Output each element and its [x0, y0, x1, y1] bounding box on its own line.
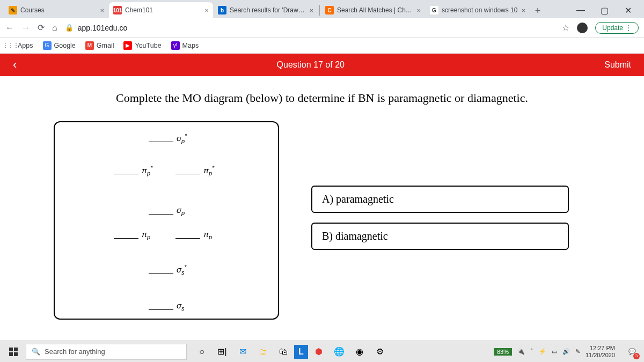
back-button[interactable]: ← — [5, 23, 14, 33]
search-icon: 🔍 — [32, 348, 40, 356]
close-window-button[interactable]: ✕ — [616, 2, 640, 18]
search-placeholder: Search for anything — [45, 348, 105, 356]
svg-rect-1 — [14, 348, 18, 351]
taskbar-search[interactable]: 🔍 Search for anything — [26, 344, 187, 360]
favicon: b — [218, 6, 226, 14]
orbital-label: πp — [203, 230, 212, 240]
settings-icon[interactable]: ⚙ — [370, 342, 390, 361]
orbital-label: σs — [177, 301, 185, 312]
lock-icon: 🔒 — [65, 24, 74, 32]
tab-title: screenshot on windows 10 — [442, 6, 518, 14]
browser-tabstrip: ✎Courses×101Chem101×bSearch results for … — [0, 0, 644, 18]
orbital-label: σs* — [177, 264, 186, 276]
close-tab-icon[interactable]: × — [521, 6, 525, 14]
orbital-label: πp* — [142, 165, 152, 176]
bookmark-item[interactable]: ▶YouTube — [123, 41, 161, 50]
close-tab-icon[interactable]: × — [204, 6, 209, 14]
mo-level-slot[interactable]: πp* — [175, 165, 214, 176]
window-controls: — ▢ ✕ — [569, 2, 640, 18]
favicon: ✎ — [9, 6, 17, 14]
answer-choices: A) paramagneticB) diamagnetic — [311, 186, 569, 250]
url-text: app.101edu.co — [78, 24, 128, 32]
browser-tab[interactable]: bSearch results for 'Draw the× — [214, 2, 318, 18]
browser-tab[interactable]: ✎Courses× — [4, 2, 108, 18]
notifications-icon[interactable]: 💬3 — [624, 343, 641, 360]
bookmark-item[interactable]: y!Maps — [171, 41, 199, 50]
close-tab-icon[interactable]: × — [100, 6, 104, 14]
cortana-icon[interactable]: ○ — [192, 342, 211, 361]
new-tab-button[interactable]: + — [530, 3, 545, 18]
mo-level-slot[interactable]: πp — [175, 230, 212, 240]
address-bar: ← → ⟳ ⌂ 🔒 app.101edu.co ☆ Update⋮ — [0, 18, 644, 38]
edge-icon[interactable]: 🌐 — [330, 342, 349, 361]
mo-level-slot[interactable]: σs* — [149, 264, 186, 276]
windows-taskbar: 🔍 Search for anything ○ ⊞| ✉ 🗂 🛍 L ⬢ 🌐 ◉… — [0, 341, 644, 362]
tray-chevron-icon[interactable]: ˄ — [530, 348, 533, 355]
mo-level-slot[interactable]: πp* — [114, 165, 152, 176]
browser-tab[interactable]: 101Chem101× — [109, 2, 213, 18]
question-counter: Question 17 of 20 — [277, 60, 345, 70]
content-area: Complete the MO diagram (below) to deter… — [0, 76, 644, 320]
tray-battery-icon[interactable]: ▭ — [552, 348, 557, 355]
bookmarks-bar: ⋮⋮⋮AppsGGoogleMGmail▶YouTubey!Maps — [0, 38, 644, 54]
store-icon[interactable]: 🛍 — [274, 342, 293, 361]
battery-indicator[interactable]: 83% — [494, 348, 512, 356]
favicon: C — [325, 6, 334, 14]
profile-avatar[interactable] — [577, 23, 588, 33]
mo-diagram[interactable]: σp*πp*πp*σpπpπpσs*σs — [54, 121, 279, 320]
clock[interactable]: 12:27 PM 11/20/2020 — [586, 345, 618, 358]
svg-rect-0 — [9, 348, 13, 351]
mo-level-slot[interactable]: σs — [149, 301, 185, 312]
bookmark-item[interactable]: ⋮⋮⋮Apps — [6, 41, 33, 50]
bookmark-icon: G — [43, 41, 52, 50]
reload-button[interactable]: ⟳ — [38, 23, 45, 33]
tray-volume-icon[interactable]: 🔊 — [562, 348, 570, 355]
mo-level-slot[interactable]: πp — [114, 230, 150, 240]
favicon: 101 — [113, 6, 122, 14]
mo-level-slot[interactable]: σp* — [149, 133, 187, 144]
question-prompt: Complete the MO diagram (below) to deter… — [86, 90, 558, 106]
task-view-icon[interactable]: ⊞| — [213, 342, 232, 361]
question-header: ‹ Question 17 of 20 Submit — [0, 54, 644, 76]
bookmark-icon: ⋮⋮⋮ — [6, 41, 15, 50]
close-tab-icon[interactable]: × — [416, 6, 421, 14]
svg-rect-2 — [9, 352, 13, 356]
close-tab-icon[interactable]: × — [309, 6, 313, 14]
bookmark-icon: ▶ — [123, 41, 132, 50]
submit-button[interactable]: Submit — [604, 60, 631, 70]
svg-rect-3 — [14, 352, 18, 356]
mo-level-slot[interactable]: σp — [149, 205, 185, 216]
browser-tab[interactable]: CSearch All Matches | Chegg× — [321, 2, 425, 18]
bookmark-star-icon[interactable]: ☆ — [562, 23, 569, 33]
orbital-label: πp — [142, 230, 150, 240]
url-bar[interactable]: 🔒 app.101edu.co — [65, 24, 555, 32]
explorer-icon[interactable]: 🗂 — [253, 342, 273, 361]
update-button[interactable]: Update⋮ — [595, 22, 639, 34]
start-button[interactable] — [3, 342, 24, 362]
home-button[interactable]: ⌂ — [52, 23, 57, 33]
answer-choice[interactable]: B) diamagnetic — [311, 223, 569, 250]
chrome-icon[interactable]: ◉ — [350, 342, 369, 361]
prev-question-button[interactable]: ‹ — [13, 58, 17, 72]
tab-title: Search results for 'Draw the — [230, 6, 306, 14]
bookmark-item[interactable]: MGmail — [85, 41, 114, 50]
orbital-label: σp* — [177, 133, 187, 144]
office-icon[interactable]: ⬢ — [309, 342, 328, 361]
answer-choice[interactable]: A) paramagnetic — [311, 186, 569, 213]
tab-title: Courses — [20, 6, 97, 14]
tray-pen-icon[interactable]: ✎ — [575, 348, 580, 355]
maximize-button[interactable]: ▢ — [592, 2, 616, 18]
app-l-icon[interactable]: L — [294, 345, 308, 359]
tray-power-icon[interactable]: 🔌 — [517, 348, 525, 355]
forward-button[interactable]: → — [21, 23, 30, 33]
orbital-label: σp — [177, 205, 185, 216]
minimize-button[interactable]: — — [569, 2, 592, 18]
browser-tab[interactable]: Gscreenshot on windows 10× — [426, 2, 530, 18]
bookmark-icon: y! — [171, 41, 180, 50]
bookmark-item[interactable]: GGoogle — [43, 41, 76, 50]
tray-wifi-icon[interactable]: ⚡ — [539, 348, 546, 355]
bookmark-icon: M — [85, 41, 94, 50]
tab-title: Chem101 — [125, 6, 201, 14]
mail-icon[interactable]: ✉ — [233, 342, 252, 361]
orbital-label: πp* — [203, 165, 214, 176]
